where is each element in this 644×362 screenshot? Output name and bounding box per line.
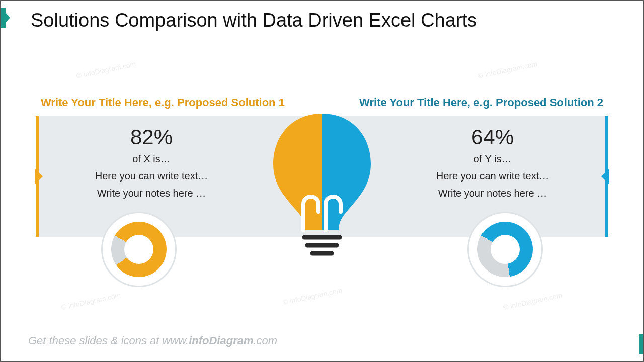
solution1-percent: 82%: [56, 125, 247, 149]
band-arrow-left-icon: [35, 168, 43, 185]
band-arrow-right-icon: [601, 168, 609, 185]
solution2-donut-chart: [477, 222, 533, 277]
solution2-line1: of Y is…: [397, 151, 588, 166]
solution1-column: 82% of X is… Here you can write text… Wr…: [56, 125, 247, 201]
footer-attribution: Get these slides & icons at www.infoDiag…: [28, 334, 277, 347]
footer-prefix: Get these slides & icons at www.: [28, 334, 189, 347]
watermark: © infoDiagram.com: [477, 60, 538, 80]
solution1-line1: of X is…: [56, 151, 247, 166]
footer-bold: infoDiagram: [189, 334, 253, 347]
solution2-donut-frame: [467, 212, 543, 287]
solution2-percent: 64%: [397, 125, 588, 149]
solution2-heading: Write Your Title Here, e.g. Proposed Sol…: [359, 96, 603, 109]
solution2-line3: Write your notes here …: [397, 186, 588, 201]
lightbulb-icon: [264, 109, 380, 259]
solution1-line2: Here you can write text…: [56, 168, 247, 184]
slide-accent-right: [639, 334, 643, 354]
footer-suffix: .com: [254, 334, 278, 347]
solution2-column: 64% of Y is… Here you can write text… Wr…: [397, 125, 588, 201]
solution1-line3: Write your notes here …: [56, 186, 247, 201]
slide: Solutions Comparison with Data Driven Ex…: [0, 0, 644, 362]
slide-title: Solutions Comparison with Data Driven Ex…: [31, 10, 477, 31]
slide-accent-left: [1, 8, 6, 28]
solution1-heading: Write Your Title Here, e.g. Proposed Sol…: [41, 96, 285, 109]
solution1-donut-frame: [101, 212, 177, 287]
solution1-donut-chart: [111, 222, 167, 277]
solution2-line2: Here you can write text…: [397, 168, 588, 184]
watermark: © infoDiagram.com: [503, 291, 564, 312]
watermark: © infoDiagram.com: [76, 60, 137, 80]
watermark: © infoDiagram.com: [61, 291, 122, 312]
watermark: © infoDiagram.com: [282, 286, 343, 307]
